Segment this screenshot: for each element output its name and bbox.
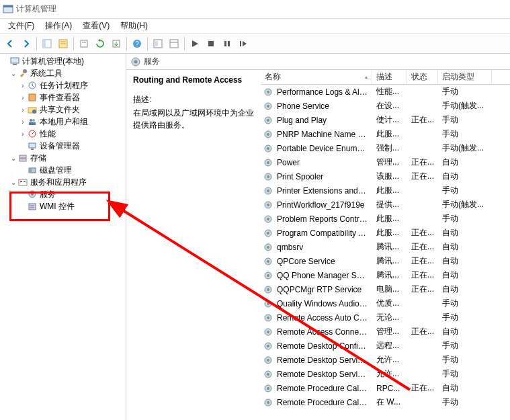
service-row[interactable]: Remote Desktop Services允许...手动 [261,353,510,367]
gear-icon [263,285,273,294]
service-row[interactable]: Printer Extensions and N...此服...手动 [261,183,510,198]
service-desc-cell: 远程... [372,340,407,351]
gear-icon [263,313,273,323]
tree-disk-management[interactable]: 磁盘管理 [0,164,126,176]
service-row[interactable]: Plug and Play使计...正在...手动 [261,113,510,127]
svg-rect-14 [170,40,178,48]
service-row[interactable]: PNRP Machine Name Pu...此服...手动 [261,127,510,141]
service-desc-cell: 在 W... [372,396,407,408]
service-row[interactable]: Quality Windows Audio V...优质...手动 [261,296,510,310]
stop-service-button[interactable] [204,36,218,51]
service-row[interactable]: Remote Access Connecti...管理...正在...自动 [261,325,510,339]
tree-local-users[interactable]: › 本地用户和组 [0,116,126,128]
refresh-button[interactable] [93,36,108,51]
menu-bar: 文件(F) 操作(A) 查看(V) 帮助(H) [0,19,510,34]
gear-icon [263,116,273,125]
service-row[interactable]: Program Compatibility A...此服...正在...自动 [261,226,510,240]
folder-share-icon [27,104,38,115]
gear-icon [263,341,273,351]
column-description[interactable]: 描述 [372,70,407,84]
service-row[interactable]: Remote Access Auto Con...无论...手动 [261,310,510,325]
service-row[interactable]: Performance Logs & Aler...性能...手动 [261,85,510,99]
tree-device-manager[interactable]: 设备管理器 [0,140,126,152]
service-row[interactable]: Remote Desktop Configu...远程...手动 [261,339,510,353]
content-header: 服务 [126,54,510,70]
service-name-cell: PrintWorkflow_217f919e [273,200,372,210]
service-row[interactable]: Problem Reports Control...此服...手动 [261,212,510,226]
tree-root[interactable]: 计算机管理(本地) [0,55,126,67]
menu-action[interactable]: 操作(A) [40,19,77,33]
service-desc-cell: 允许... [372,368,407,380]
view-standard-button[interactable] [167,36,181,51]
chevron-right-icon: › [19,130,27,138]
service-detail-panel: Routing and Remote Access 描述: 在局域网以及广域网环… [126,70,261,420]
column-name[interactable]: 名称▴ [261,70,372,84]
export-list-button[interactable] [109,36,124,51]
gear-icon [263,384,273,393]
gear-icon [263,299,273,308]
service-state-cell: 正在... [407,382,438,394]
show-hide-tree-button[interactable] [40,36,54,51]
gear-icon [263,370,273,379]
service-row[interactable]: Print Spooler该服...正在...自动 [261,169,510,183]
service-row[interactable]: qmbsrv腾讯...正在...自动 [261,240,510,254]
service-desc-cell: 此服... [372,213,407,224]
service-row[interactable]: QQPCMgr RTP Service电脑...正在...自动 [261,282,510,296]
view-detail-button[interactable] [151,36,165,51]
tree-wmi[interactable]: WMI 控件 [0,200,126,212]
tree-storage[interactable]: ⌄ 存储 [0,152,126,164]
svg-point-86 [267,373,269,376]
column-status[interactable]: 状态 [407,70,438,84]
service-row[interactable]: PrintWorkflow_217f919e提供...手动(触发... [261,198,510,212]
perf-icon [27,128,38,139]
tree-system-tools[interactable]: ⌄ 系统工具 [0,67,126,79]
service-name-cell: Plug and Play [273,116,372,125]
service-row[interactable]: QPCore Service腾讯...正在...自动 [261,254,510,268]
service-desc-cell: 无论... [372,312,407,323]
svg-rect-31 [29,143,36,148]
forward-button[interactable] [19,36,34,51]
service-row[interactable]: Remote Desktop Service...允许...手动 [261,367,510,381]
menu-help[interactable]: 帮助(H) [115,19,153,33]
nav-tree[interactable]: 计算机管理(本地) ⌄ 系统工具 › 任务计划程序 › 事件查看器 › 共享文件… [0,54,126,420]
menu-view[interactable]: 查看(V) [77,19,115,33]
service-row[interactable]: Power管理...正在...自动 [261,155,510,169]
tree-performance[interactable]: › 性能 [0,128,126,140]
service-desc-cell: 性能... [372,86,407,97]
help-button[interactable]: ? [130,36,144,51]
back-button[interactable] [3,36,17,51]
service-name-cell: Performance Logs & Aler... [273,87,372,97]
restart-service-button[interactable] [236,36,251,51]
service-state-cell: 正在... [407,157,438,168]
tree-shared-folders[interactable]: › 共享文件夹 [0,103,126,116]
wmi-icon [27,201,38,212]
menu-file[interactable]: 文件(F) [3,19,40,33]
service-startup-cell: 自动 [438,171,492,182]
tree-services-apps[interactable]: ⌄ 服务和应用程序 [0,176,126,188]
service-desc-cell: 使计... [372,114,407,126]
service-startup-cell: 手动(触发... [438,199,492,210]
service-row[interactable]: Remote Procedure Call (...RPC...正在...自动 [261,381,510,395]
detail-area: Routing and Remote Access 描述: 在局域网以及广域网环… [126,70,510,420]
service-name-cell: Print Spooler [273,172,372,181]
gear-icon [263,398,273,407]
tree-services[interactable]: 服务 [0,188,126,200]
disk-icon [27,165,38,175]
tree-task-scheduler[interactable]: › 任务计划程序 [0,79,126,91]
svg-rect-18 [228,41,230,46]
service-row[interactable]: Portable Device Enumera...强制...手动(触发... [261,141,510,155]
properties-button[interactable] [56,36,71,51]
service-row[interactable]: Remote Procedure Call (...在 W...手动 [261,395,510,409]
service-startup-cell: 自动 [438,255,492,267]
service-row[interactable]: Phone Service在设...手动(触发... [261,99,510,113]
tree-event-viewer[interactable]: › 事件查看器 [0,91,126,103]
column-startup-type[interactable]: 启动类型 [438,70,492,84]
service-row[interactable]: QQ Phone Manager Serv...腾讯...正在...自动 [261,268,510,282]
export-button[interactable] [77,36,91,51]
svg-point-52 [267,133,269,136]
separator [126,37,127,50]
start-service-button[interactable] [187,36,202,51]
pause-service-button[interactable] [220,36,235,51]
svg-point-56 [267,161,269,164]
description-label: 描述: [133,94,254,106]
